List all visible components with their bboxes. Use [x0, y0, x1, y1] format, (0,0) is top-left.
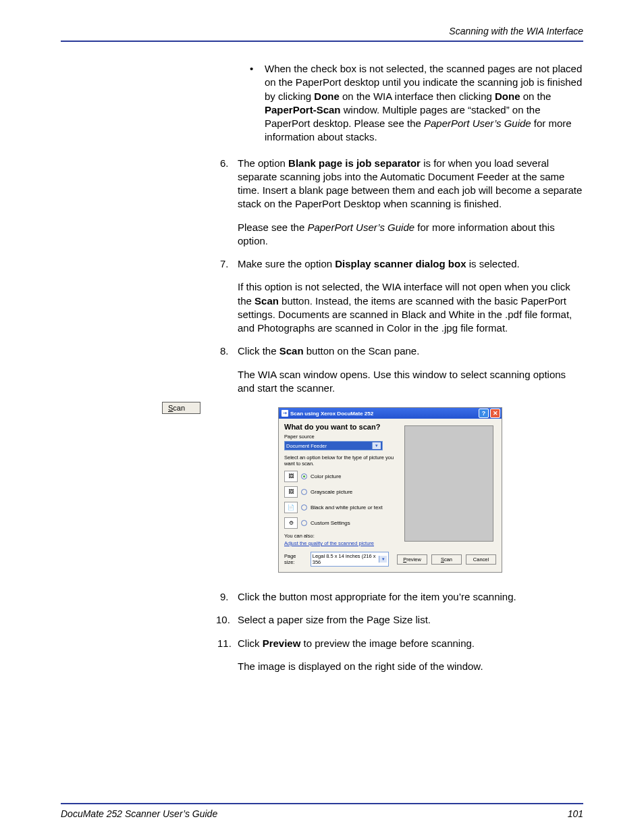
chevron-down-icon: ▾ [379, 556, 387, 563]
app-icon: ⇢ [281, 410, 288, 417]
page-size-select[interactable]: Legal 8.5 x 14 inches (216 x 356 ▾ [311, 552, 389, 567]
dialog-heading: What do you want to scan? [284, 423, 399, 431]
option-label: Grayscale picture [311, 489, 352, 495]
radio-icon [301, 520, 307, 526]
settings-icon: ⚙ [284, 517, 298, 529]
step-6: 6. The option Blank page is job separato… [238, 157, 583, 211]
step-7: 7. Make sure the option Display scanner … [238, 257, 583, 271]
step-number: 10. [216, 613, 230, 627]
step-7-para2: If this option is not selected, the WIA … [238, 280, 583, 335]
margin-figure: Scan [162, 401, 200, 414]
option-grayscale[interactable]: 🖼 Grayscale picture [284, 486, 399, 498]
image-icon: 🖼 [284, 486, 298, 498]
radio-icon [301, 489, 307, 495]
radio-icon [301, 504, 307, 511]
dialog-title: Scan using Xerox DocuMate 252 [290, 411, 477, 417]
cancel-button[interactable]: Cancel [466, 554, 496, 565]
instruction-text: Select an option below for the type of p… [284, 454, 399, 467]
dialog-titlebar: ⇢ Scan using Xerox DocuMate 252 ? ✕ [279, 408, 502, 419]
option-label: Custom Settings [311, 520, 350, 526]
radio-icon [301, 473, 307, 479]
option-label: Color picture [311, 473, 341, 479]
option-bw[interactable]: 📄 Black and white picture or text [284, 502, 399, 513]
preview-button[interactable]: Preview [397, 554, 427, 565]
image-icon: 🖼 [284, 471, 298, 482]
step-number: 6. [220, 157, 229, 170]
page-header: Scanning with the WIA Interface [61, 26, 583, 42]
step-number: 8. [220, 344, 229, 358]
option-label: Black and white picture or text [311, 504, 383, 511]
step-number: 7. [220, 257, 229, 271]
step-10: 10. Select a paper size from the Page Si… [238, 613, 583, 627]
step-number: 9. [220, 590, 229, 604]
header-section-title: Scanning with the WIA Interface [449, 26, 583, 36]
paper-source-value: Document Feeder [286, 443, 327, 449]
wia-scan-dialog: ⇢ Scan using Xerox DocuMate 252 ? ✕ What… [278, 407, 502, 573]
paper-source-label: Paper source [284, 434, 399, 440]
step-9: 9. Click the button most appropriate for… [238, 590, 583, 604]
step-number: 11. [217, 637, 232, 650]
footer-book-title: DocuMate 252 Scanner User’s Guide [61, 808, 568, 819]
step-11: 11. Click Preview to preview the image b… [238, 637, 583, 650]
close-icon[interactable]: ✕ [490, 409, 500, 418]
step-6-para2: Please see the PaperPort User’s Guide fo… [238, 221, 583, 249]
text-icon: 📄 [284, 502, 298, 513]
chevron-down-icon: ▾ [372, 442, 381, 449]
option-custom[interactable]: ⚙ Custom Settings [284, 517, 399, 529]
main-content: When the check box is not selected, the … [238, 62, 583, 673]
page-footer: DocuMate 252 Scanner User’s Guide 101 [61, 803, 583, 819]
also-label: You can also: [284, 533, 399, 539]
paper-source-select[interactable]: Document Feeder ▾ [284, 441, 383, 450]
step-8: 8. Click the Scan button on the Scan pan… [238, 344, 583, 358]
preview-area [404, 425, 493, 542]
step-8-para2: The WIA scan window opens. Use this wind… [238, 368, 583, 396]
footer-page-number: 101 [568, 808, 583, 819]
scan-button[interactable]: Scan [431, 554, 462, 565]
option-color[interactable]: 🖼 Color picture [284, 471, 399, 482]
help-icon[interactable]: ? [479, 409, 489, 418]
step-11-para2: The image is displayed on the right side… [238, 660, 583, 673]
bullet-item: When the check box is not selected, the … [250, 62, 583, 145]
page-size-value: Legal 8.5 x 14 inches (216 x 356 [313, 553, 379, 565]
scan-button-illustration: Scan [162, 402, 200, 414]
scan-button-label-rest: can [173, 404, 185, 412]
adjust-quality-link[interactable]: Adjust the quality of the scanned pictur… [284, 540, 399, 546]
page-size-label: Page size: [284, 553, 306, 565]
